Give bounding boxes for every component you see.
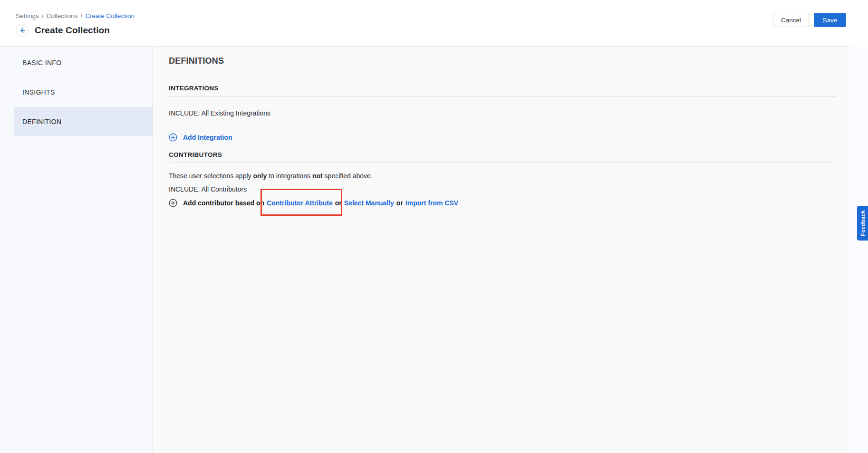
breadcrumb-current[interactable]: Create Collection	[85, 12, 135, 19]
add-contributor-prefix: Add contributor based on	[183, 199, 264, 207]
breadcrumb-settings[interactable]: Settings	[16, 12, 39, 19]
contributors-include-text: INCLUDE: All Contributors	[169, 185, 836, 193]
plus-circle-icon	[169, 199, 177, 207]
sidebar-item-basic-info[interactable]: BASIC INFO	[14, 48, 153, 77]
feedback-label: Feedback	[860, 210, 866, 236]
add-contributor-row: Add contributor based on Contributor Att…	[169, 199, 458, 207]
sidebar: BASIC INFO INSIGHTS DEFINITION	[0, 47, 153, 453]
back-arrow-icon	[19, 27, 26, 34]
plus-circle-icon	[169, 133, 177, 142]
note-text: to integrations	[267, 172, 312, 180]
sidebar-item-insights[interactable]: INSIGHTS	[14, 77, 153, 107]
integrations-section-header: INTEGRATIONS	[169, 85, 836, 96]
breadcrumb-separator: /	[81, 12, 83, 19]
add-integration-button[interactable]: Add Integration	[169, 133, 232, 142]
select-manually-link[interactable]: Select Manually	[344, 199, 394, 207]
contributors-note: These user selections apply only to inte…	[169, 172, 836, 180]
add-integration-label: Add Integration	[183, 134, 232, 141]
feedback-tab[interactable]: Feedback	[857, 206, 868, 241]
note-bold-only: only	[253, 172, 267, 180]
breadcrumb: Settings / Collections / Create Collecti…	[16, 12, 135, 19]
page-header: Settings / Collections / Create Collecti…	[0, 0, 868, 47]
title-bar: Create Collection	[16, 24, 110, 37]
or-word: or	[396, 199, 403, 207]
sidebar-item-definition[interactable]: DEFINITION	[14, 107, 153, 136]
note-text: specified above.	[323, 172, 373, 180]
note-bold-not: not	[312, 172, 323, 180]
definitions-heading: DEFINITIONS	[169, 56, 836, 66]
note-text: These user selections apply	[169, 172, 253, 180]
breadcrumb-collections[interactable]: Collections	[47, 12, 78, 19]
header-actions: Cancel Save	[773, 13, 846, 27]
page-title: Create Collection	[35, 25, 110, 36]
save-button[interactable]: Save	[814, 13, 846, 27]
contributor-attribute-link[interactable]: Contributor Attribute	[267, 199, 333, 207]
contributors-section-header: CONTRIBUTORS	[169, 152, 836, 163]
integrations-include-text: INCLUDE: All Existing Integrations	[169, 109, 836, 117]
contributor-attribute-label: Contributor Attribute	[267, 199, 333, 207]
back-button[interactable]	[16, 24, 29, 37]
cancel-button[interactable]: Cancel	[773, 13, 809, 27]
breadcrumb-separator: /	[42, 12, 44, 19]
import-from-csv-link[interactable]: Import from CSV	[405, 199, 458, 207]
main-content: DEFINITIONS INTEGRATIONS INCLUDE: All Ex…	[153, 47, 849, 453]
or-word: or	[335, 199, 342, 207]
